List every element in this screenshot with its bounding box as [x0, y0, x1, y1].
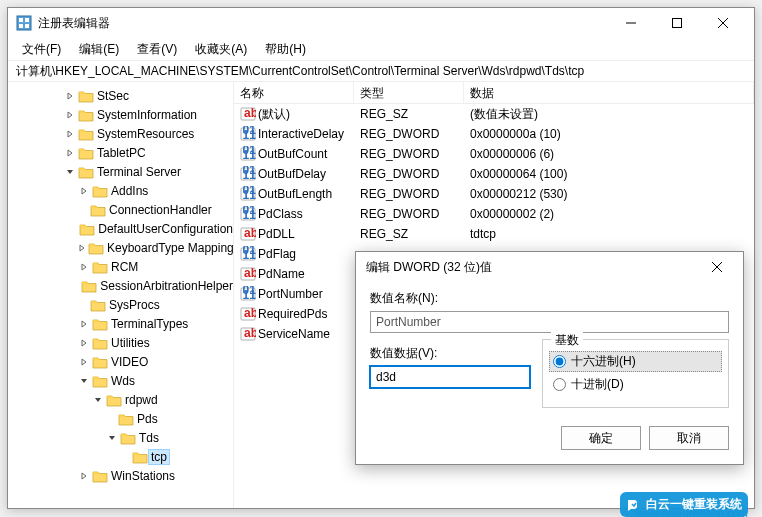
tree-item[interactable]: SessionArbitrationHelper	[8, 276, 233, 295]
dialog-close-button[interactable]	[701, 253, 733, 281]
folder-icon	[92, 260, 108, 274]
chevron-right-icon[interactable]	[78, 185, 90, 197]
header-name[interactable]: 名称	[234, 82, 354, 103]
dialog-buttons: 确定 取消	[370, 426, 729, 450]
tree-item[interactable]: Terminal Server	[8, 162, 233, 181]
tree-item[interactable]: ConnectionHandler	[8, 200, 233, 219]
menu-help[interactable]: 帮助(H)	[257, 38, 314, 61]
menu-edit[interactable]: 编辑(E)	[71, 38, 127, 61]
tree-item[interactable]: AddIns	[8, 181, 233, 200]
value-name-cell: OutBufLength	[234, 186, 354, 202]
chevron-right-icon[interactable]	[64, 90, 76, 102]
radio-hex-input[interactable]	[553, 355, 566, 368]
tree-item[interactable]: Tds	[8, 428, 233, 447]
close-button[interactable]	[700, 8, 746, 38]
value-data-label: 数值数据(V):	[370, 345, 530, 362]
tree-item[interactable]: Utilities	[8, 333, 233, 352]
value-row[interactable]: PdDLLREG_SZtdtcp	[234, 224, 754, 244]
folder-icon	[92, 374, 108, 388]
radio-dec[interactable]: 十进制(D)	[553, 376, 718, 393]
folder-icon	[90, 203, 106, 217]
binary-value-icon	[240, 286, 256, 302]
minimize-button[interactable]	[608, 8, 654, 38]
ok-button[interactable]: 确定	[561, 426, 641, 450]
binary-value-icon	[240, 186, 256, 202]
tree-item[interactable]: TerminalTypes	[8, 314, 233, 333]
value-row[interactable]: OutBufCountREG_DWORD0x00000006 (6)	[234, 144, 754, 164]
value-name-input[interactable]	[370, 311, 729, 333]
folder-icon	[92, 184, 108, 198]
tree-item[interactable]: SystemResources	[8, 124, 233, 143]
folder-icon	[92, 336, 108, 350]
value-name-cell: ServiceName	[234, 326, 354, 342]
chevron-right-icon[interactable]	[64, 109, 76, 121]
tree-panel[interactable]: StSecSystemInformationSystemResourcesTab…	[8, 82, 234, 508]
value-name-cell: InteractiveDelay	[234, 126, 354, 142]
chevron-right-icon[interactable]	[78, 318, 90, 330]
value-row[interactable]: OutBufLengthREG_DWORD0x00000212 (530)	[234, 184, 754, 204]
cancel-button[interactable]: 取消	[649, 426, 729, 450]
tree-item[interactable]: VIDEO	[8, 352, 233, 371]
dialog-title: 编辑 DWORD (32 位)值	[366, 259, 701, 276]
folder-icon	[88, 241, 104, 255]
folder-icon	[78, 165, 94, 179]
tree-item[interactable]: TabletPC	[8, 143, 233, 162]
chevron-right-icon[interactable]	[78, 470, 90, 482]
chevron-right-icon[interactable]	[78, 337, 90, 349]
value-name-cell: OutBufDelay	[234, 166, 354, 182]
tree-item[interactable]: Pds	[8, 409, 233, 428]
svg-rect-1	[19, 18, 23, 22]
menu-favorites[interactable]: 收藏夹(A)	[187, 38, 255, 61]
binary-value-icon	[240, 166, 256, 182]
tree-item[interactable]: KeyboardType Mapping	[8, 238, 233, 257]
value-row[interactable]: InteractiveDelayREG_DWORD0x0000000a (10)	[234, 124, 754, 144]
tree-item-label: DefaultUserConfiguration	[98, 222, 233, 236]
chevron-right-icon[interactable]	[64, 147, 76, 159]
tree-item[interactable]: SystemInformation	[8, 105, 233, 124]
header-type[interactable]: 类型	[354, 82, 464, 103]
dialog-body: 数值名称(N): 数值数据(V): 基数 十六进制(H) 十进制(D) 确定	[356, 282, 743, 464]
chevron-down-icon[interactable]	[64, 166, 76, 178]
tree-item[interactable]: StSec	[8, 86, 233, 105]
string-value-icon	[240, 326, 256, 342]
value-row[interactable]: (默认)REG_SZ(数值未设置)	[234, 104, 754, 124]
list-headers: 名称 类型 数据	[234, 82, 754, 104]
chevron-right-icon[interactable]	[64, 128, 76, 140]
folder-icon	[81, 279, 97, 293]
chevron-right-icon[interactable]	[78, 261, 90, 273]
chevron-down-icon[interactable]	[78, 375, 90, 387]
tree-item[interactable]: WinStations	[8, 466, 233, 485]
value-data-input[interactable]	[370, 366, 530, 388]
maximize-button[interactable]	[654, 8, 700, 38]
tree-item[interactable]: SysProcs	[8, 295, 233, 314]
string-value-icon	[240, 106, 256, 122]
tree-item[interactable]: rdpwd	[8, 390, 233, 409]
binary-value-icon	[240, 206, 256, 222]
value-row[interactable]: OutBufDelayREG_DWORD0x00000064 (100)	[234, 164, 754, 184]
radio-hex[interactable]: 十六进制(H)	[549, 351, 722, 372]
chevron-down-icon[interactable]	[106, 432, 118, 444]
folder-icon	[90, 298, 106, 312]
folder-icon	[120, 431, 136, 445]
chevron-right-icon[interactable]	[78, 356, 90, 368]
value-data-cell: (数值未设置)	[464, 106, 754, 123]
header-data[interactable]: 数据	[464, 82, 754, 103]
value-type-cell: REG_DWORD	[354, 167, 464, 181]
chevron-right-icon[interactable]	[78, 242, 86, 254]
tree-item[interactable]: Wds	[8, 371, 233, 390]
tree-item-label: TerminalTypes	[111, 317, 188, 331]
menu-file[interactable]: 文件(F)	[14, 38, 69, 61]
string-value-icon	[240, 306, 256, 322]
address-bar[interactable]: 计算机\HKEY_LOCAL_MACHINE\SYSTEM\CurrentCon…	[8, 60, 754, 82]
watermark-url: www.baiyunxitong.com	[636, 507, 748, 517]
radio-dec-input[interactable]	[553, 378, 566, 391]
key-tree: StSecSystemInformationSystemResourcesTab…	[8, 86, 233, 485]
menu-view[interactable]: 查看(V)	[129, 38, 185, 61]
value-name-cell: PortNumber	[234, 286, 354, 302]
tree-item[interactable]: RCM	[8, 257, 233, 276]
value-row[interactable]: PdClassREG_DWORD0x00000002 (2)	[234, 204, 754, 224]
tree-item[interactable]: DefaultUserConfiguration	[8, 219, 233, 238]
value-data-cell: 0x00000064 (100)	[464, 167, 754, 181]
tree-item[interactable]: tcp	[8, 447, 233, 466]
chevron-down-icon[interactable]	[92, 394, 104, 406]
